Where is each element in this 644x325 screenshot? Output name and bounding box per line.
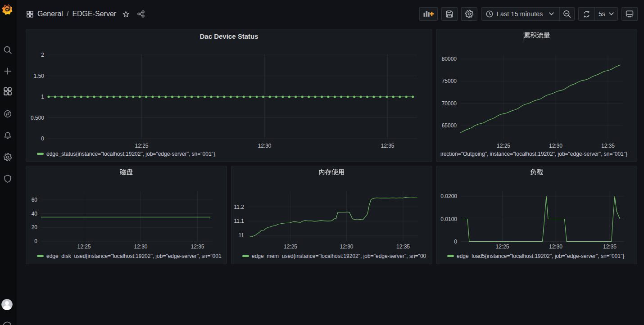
svg-text:11: 11 (239, 232, 245, 239)
svg-text:12:35: 12:35 (396, 244, 410, 250)
svg-text:12:35: 12:35 (381, 143, 394, 149)
svg-text:12:35: 12:35 (601, 143, 615, 149)
svg-text:12:30: 12:30 (549, 244, 562, 250)
svg-text:12:35: 12:35 (603, 244, 617, 250)
svg-text:2: 2 (41, 52, 44, 58)
svg-text:0: 0 (34, 238, 37, 244)
svg-text:irection="Outgoing", instance=: irection="Outgoing", instance="localhost… (440, 151, 627, 157)
svg-text:12:25: 12:25 (135, 143, 148, 149)
svg-text:12:30: 12:30 (134, 244, 147, 250)
svg-text:0.0100: 0.0100 (440, 216, 457, 222)
svg-text:12:25: 12:25 (495, 244, 509, 250)
svg-text:12:30: 12:30 (549, 143, 562, 149)
svg-text:11.1: 11.1 (234, 218, 245, 224)
svg-text:75000: 75000 (442, 78, 457, 84)
svg-text:1: 1 (41, 94, 44, 100)
svg-text:11.2: 11.2 (234, 204, 245, 210)
svg-text:12:30: 12:30 (258, 143, 271, 149)
svg-text:0.0200: 0.0200 (440, 193, 457, 199)
svg-text:80000: 80000 (442, 56, 457, 62)
svg-text:20: 20 (32, 224, 38, 230)
svg-text:65000: 65000 (442, 122, 457, 129)
svg-text:60: 60 (32, 197, 38, 203)
svg-text:edge_mem_used{instance="localh: edge_mem_used{instance="localhost:19202"… (252, 253, 426, 259)
svg-text:0: 0 (41, 135, 44, 142)
svg-text:40: 40 (32, 211, 38, 217)
svg-text:12:25: 12:25 (497, 143, 510, 149)
svg-text:edge_load5{instance="localhost: edge_load5{instance="localhost:19202", j… (457, 253, 624, 259)
svg-text:1.50: 1.50 (34, 73, 45, 79)
svg-text:12:25: 12:25 (77, 244, 91, 250)
svg-text:12:35: 12:35 (190, 244, 204, 250)
svg-text:70000: 70000 (442, 100, 457, 107)
svg-text:edge_disk_used{instance="local: edge_disk_used{instance="localhost:19202… (46, 253, 222, 259)
svg-text:0.500: 0.500 (31, 115, 44, 121)
svg-text:edge_status{instance="localhos: edge_status{instance="localhost:19202", … (46, 151, 215, 157)
svg-text:12:25: 12:25 (284, 244, 297, 250)
svg-text:12:30: 12:30 (340, 244, 353, 250)
svg-text:0: 0 (454, 239, 457, 245)
